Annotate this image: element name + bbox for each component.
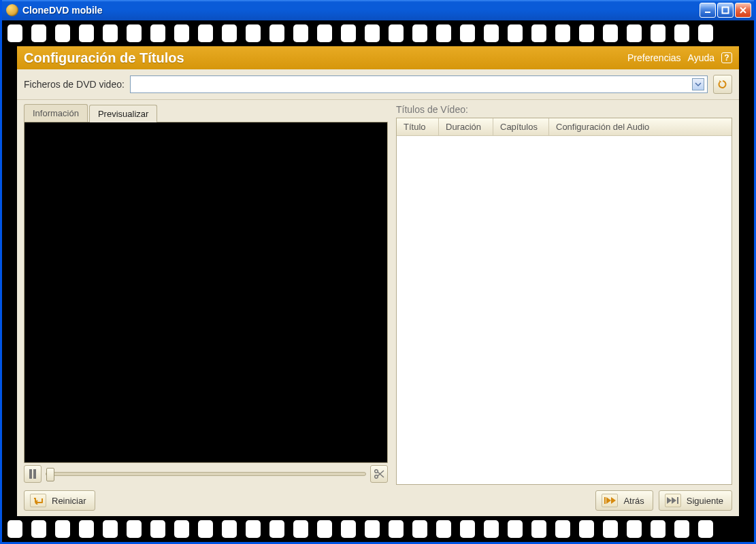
- preview-area: [24, 122, 388, 463]
- seek-slider[interactable]: [46, 472, 366, 476]
- path-row: Ficheros de DVD video:: [17, 69, 739, 100]
- main-area: Información Previsualizar: [17, 100, 739, 485]
- chevron-down-icon[interactable]: [692, 78, 704, 90]
- section-header: Configuración de Títulos Preferencias Ay…: [17, 46, 739, 69]
- bottom-bar: Reiniciar Atrás Siguiente: [17, 485, 739, 516]
- restart-button[interactable]: Reiniciar: [24, 490, 95, 511]
- svg-rect-2: [29, 469, 32, 479]
- titles-header: Título Duración Capítulos Configuración …: [397, 118, 732, 136]
- restart-label: Reiniciar: [52, 496, 86, 506]
- next-label: Siguiente: [687, 496, 723, 506]
- app-window: CloneDVD mobile Configuración de Títulos…: [0, 0, 756, 544]
- left-pane: Información Previsualizar: [24, 104, 388, 485]
- player-controls: [24, 463, 388, 485]
- titlebar[interactable]: CloneDVD mobile: [2, 0, 754, 20]
- pause-icon: [29, 469, 37, 479]
- minimize-button[interactable]: [700, 3, 716, 18]
- prefs-link[interactable]: Preferencias: [627, 52, 681, 63]
- pause-button[interactable]: [24, 465, 42, 483]
- titles-label: Títulos de Vídeo:: [396, 104, 732, 115]
- svg-rect-1: [723, 7, 729, 14]
- col-chapters[interactable]: Capítulos: [493, 118, 549, 135]
- help-link[interactable]: Ayuda: [688, 52, 714, 63]
- maximize-button[interactable]: [717, 3, 734, 18]
- cut-button[interactable]: [370, 465, 388, 483]
- path-label: Ficheros de DVD video:: [24, 79, 125, 90]
- tabs: Información Previsualizar: [24, 104, 388, 122]
- content: Configuración de Títulos Preferencias Ay…: [17, 46, 739, 516]
- back-label: Atrás: [623, 496, 644, 506]
- restart-icon: [30, 494, 46, 507]
- svg-rect-3: [33, 469, 36, 479]
- col-audio[interactable]: Configuración del Audio: [549, 118, 732, 135]
- section-title: Configuración de Títulos: [24, 50, 184, 66]
- app-icon: [6, 4, 18, 16]
- scissors-icon: [374, 469, 384, 479]
- tab-preview[interactable]: Previsualizar: [89, 105, 157, 122]
- film-strip-bottom: [2, 516, 754, 542]
- help-icon[interactable]: ?: [721, 52, 732, 63]
- next-icon: [665, 494, 681, 507]
- tab-info[interactable]: Información: [24, 104, 88, 122]
- close-button[interactable]: [735, 3, 751, 18]
- col-title[interactable]: Título: [397, 118, 439, 135]
- film-strip-top: [2, 20, 754, 46]
- titles-body: [397, 136, 732, 484]
- dvd-path-combobox[interactable]: [130, 75, 708, 93]
- svg-rect-0: [705, 12, 710, 13]
- slider-thumb[interactable]: [46, 468, 54, 481]
- back-button[interactable]: Atrás: [595, 490, 653, 511]
- titles-list[interactable]: Título Duración Capítulos Configuración …: [396, 118, 732, 485]
- next-button[interactable]: Siguiente: [659, 490, 732, 511]
- back-icon: [602, 494, 618, 507]
- refresh-icon: [717, 79, 728, 90]
- window-title: CloneDVD mobile: [22, 5, 102, 16]
- refresh-button[interactable]: [713, 75, 732, 94]
- right-pane: Títulos de Vídeo: Título Duración Capítu…: [396, 104, 732, 485]
- col-duration[interactable]: Duración: [439, 118, 493, 135]
